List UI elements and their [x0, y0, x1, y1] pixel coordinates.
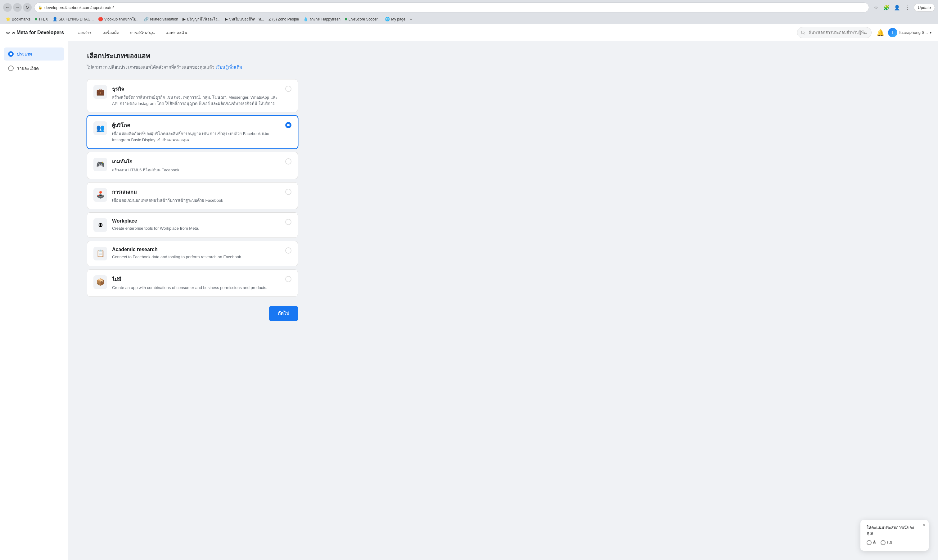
business-radio — [285, 86, 291, 92]
profile-icon[interactable]: 👤 — [893, 3, 901, 12]
academic-title: Academic research — [112, 247, 280, 252]
more-icon[interactable]: ⋮ — [903, 3, 912, 12]
bookmark-livescore[interactable]: ■ LiveScore Soccer... — [345, 17, 381, 22]
bookmark-label: related validation — [150, 17, 178, 22]
bookmark-label: Vlookup จากขาวใป... — [104, 16, 140, 22]
bookmark-vlookup[interactable]: 🔴 Vlookup จากขาวใป... — [98, 16, 140, 22]
update-button[interactable]: Update — [914, 4, 935, 11]
avatar-text: I — [892, 31, 893, 35]
url-text: developers.facebook.com/apps/create/ — [45, 5, 114, 10]
business-title: ธุรกิจ — [112, 85, 280, 93]
bookmark-happyfresh[interactable]: 💧 ลางาน Happyfresh — [303, 16, 340, 22]
academic-radio — [285, 248, 291, 254]
bookmark-label: Bookmarks — [12, 17, 31, 22]
bookmark-icon[interactable]: ☆ — [872, 3, 880, 12]
meta-logo-symbol: ∞ — [6, 30, 10, 35]
bookmark-label: LiveScore Soccer... — [349, 17, 381, 22]
gaming-instant-radio — [285, 158, 291, 165]
feedback-good-label: ดี — [873, 539, 876, 546]
bookmark-bookmarks[interactable]: ⭐ Bookmarks — [6, 17, 31, 22]
consumer-icon: 👥 — [94, 122, 107, 135]
star-icon: ⭐ — [6, 17, 11, 22]
bookmark-related-validation[interactable]: 🔗 related validation — [144, 17, 178, 22]
nav-my-apps[interactable]: แอพของฉัน — [161, 27, 192, 38]
app-type-gaming-services[interactable]: 🕹️ การเล่นเกม เชื่อมต่อเกมนอกแพลตฟอร์มเข… — [87, 182, 298, 209]
zoho-icon: Z — [269, 17, 271, 22]
gaming-services-content: การเล่นเกม เชื่อมต่อเกมนอกแพลตฟอร์มเข้าก… — [112, 188, 280, 204]
app-type-consumer[interactable]: 👥 ผู้บริโภค เชื่อมต่อผลิตภัณฑ์ของผู้บริโ… — [87, 115, 298, 149]
app-type-gaming-instant[interactable]: 🎮 เกมทันใจ สร้างเกม HTML5 ที่โฮสต์บน Fac… — [87, 152, 298, 179]
sidebar-item-type-label: ประเภท — [17, 51, 32, 57]
bookmark-zoho[interactable]: Z (3) Zoho People — [269, 17, 299, 22]
feedback-option-good[interactable]: ดี — [867, 539, 876, 546]
bookmark-label: ปริญญามีไว้เออะไร... — [187, 16, 220, 22]
app-type-business[interactable]: 💼 ธุรกิจ สร้างหรือจัดการสินทรัพย์ธุรกิจ … — [87, 79, 298, 112]
bookmark-label: TFEX — [38, 17, 48, 22]
bookmark-prinyama[interactable]: ▶ ปริญญามีไว้เออะไร... — [183, 16, 220, 22]
forward-button[interactable]: → — [13, 3, 22, 12]
business-icon: 💼 — [94, 85, 107, 99]
bookmark-more[interactable]: » — [410, 17, 412, 22]
sidebar-item-type[interactable]: ประเภท — [4, 48, 64, 60]
more-bookmarks-icon: » — [410, 17, 412, 22]
gaming-instant-icon: 🎮 — [94, 158, 107, 171]
meta-logo[interactable]: ∞ ∞ Meta for Developers — [6, 30, 64, 35]
link-icon: 🔗 — [144, 17, 149, 22]
feedback-bad-label: แย่ — [887, 539, 892, 546]
workplace-desc: Create enterprise tools for Workplace fr… — [112, 225, 280, 232]
sidebar-item-details[interactable]: รายละเอียด — [4, 62, 64, 75]
user-name: Itsaraphong S... — [899, 30, 928, 35]
feedback-popup: × ให้คะแนนประสบการณ์ของคุณ ดี แย่ — [860, 520, 929, 551]
reload-button[interactable]: ↻ — [23, 3, 32, 12]
search-input[interactable] — [797, 27, 872, 38]
business-content: ธุรกิจ สร้างหรือจัดการสินทรัพย์ธุรกิจ เช… — [112, 85, 280, 106]
back-button[interactable]: ← — [3, 3, 12, 12]
bookmark-tfex[interactable]: ■ TFEX — [35, 17, 48, 22]
none-icon: 📦 — [94, 275, 107, 289]
nav-support[interactable]: การสนับสนุน — [125, 27, 159, 38]
youtube-icon: ▶ — [183, 17, 186, 22]
notification-bell-icon[interactable]: 🔔 — [876, 29, 884, 36]
bookmark-label: (3) Zoho People — [272, 17, 299, 22]
user-menu[interactable]: I Itsaraphong S... ▾ — [888, 28, 932, 37]
workplace-icon: ⊕ — [94, 218, 107, 232]
lock-icon: 🔒 — [38, 6, 43, 10]
app-type-academic[interactable]: 📋 Academic research Connect to Facebook … — [87, 241, 298, 266]
business-desc: สร้างหรือจัดการสินทรัพย์ธุรกิจ เช่น เพจ,… — [112, 94, 280, 106]
address-bar[interactable]: 🔒 developers.facebook.com/apps/create/ — [34, 3, 869, 12]
bookmark-botrian[interactable]: ▶ บทเรียนของชีวิต : ท... — [225, 16, 264, 22]
app-type-workplace[interactable]: ⊕ Workplace Create enterprise tools for … — [87, 212, 298, 238]
search-bar[interactable] — [797, 27, 872, 38]
extensions-icon[interactable]: 🧩 — [882, 3, 891, 12]
main-container: ประเภท รายละเอียด เลือกประเภทของแอพ ไม่ส… — [0, 41, 938, 560]
consumer-title: ผู้บริโภค — [112, 122, 280, 129]
sidebar-radio-details-icon — [8, 66, 14, 71]
feedback-option-bad[interactable]: แย่ — [881, 539, 892, 546]
tfex-icon: ■ — [35, 17, 37, 22]
bookmark-six-flying[interactable]: 👤 SIX FLYING DRAG... — [52, 17, 94, 22]
next-button[interactable]: ถัดไป — [269, 306, 298, 321]
nav-documents[interactable]: เอกสาร — [73, 27, 96, 38]
bookmark-label: ลางาน Happyfresh — [309, 16, 340, 22]
workplace-title: Workplace — [112, 218, 280, 224]
none-desc: Create an app with combinations of consu… — [112, 285, 280, 291]
feedback-close-button[interactable]: × — [923, 522, 926, 528]
gaming-instant-content: เกมทันใจ สร้างเกม HTML5 ที่โฮสต์บน Faceb… — [112, 158, 280, 173]
academic-icon: 📋 — [94, 247, 107, 260]
workplace-radio — [285, 219, 291, 225]
bookmark-mypage[interactable]: 🌐 My page — [385, 17, 405, 22]
nav-tools[interactable]: เครื่องมือ — [98, 27, 123, 38]
avatar: I — [888, 28, 897, 37]
feedback-radio-bad — [881, 540, 886, 545]
learn-more-link[interactable]: เรียนรู้เพิ่มเติม — [216, 65, 242, 69]
app-type-none[interactable]: 📦 ไม่มี Create an app with combinations … — [87, 269, 298, 297]
gaming-services-icon: 🕹️ — [94, 188, 107, 202]
header-actions: 🔔 I Itsaraphong S... ▾ — [876, 28, 932, 37]
sidebar: ประเภท รายละเอียด — [0, 41, 68, 560]
youtube-icon-2: ▶ — [225, 17, 228, 22]
bookmark-label: บทเรียนของชีวิต : ท... — [229, 16, 264, 22]
happyfresh-icon: 💧 — [303, 17, 308, 22]
gaming-instant-desc: สร้างเกม HTML5 ที่โฮสต์บน Facebook — [112, 167, 280, 173]
meta-header: ∞ ∞ Meta for Developers เอกสาร เครื่องมื… — [0, 24, 938, 41]
none-content: ไม่มี Create an app with combinations of… — [112, 275, 280, 291]
